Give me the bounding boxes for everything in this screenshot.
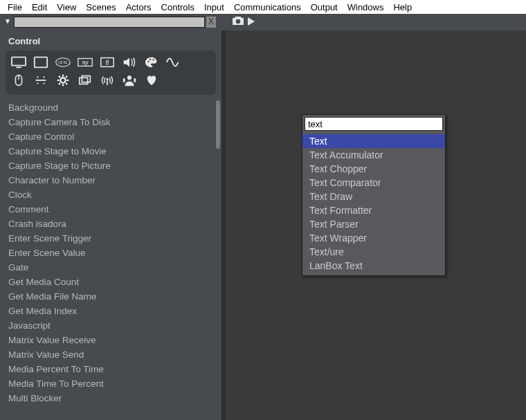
list-item[interactable]: Clock (0, 188, 215, 202)
stack-icon[interactable] (78, 73, 93, 90)
svg-point-16 (37, 76, 38, 77)
menu-communications[interactable]: Communications (229, 2, 306, 12)
svg-line-25 (59, 76, 60, 77)
list-item[interactable]: Capture Camera To Disk (0, 115, 215, 129)
menu-output[interactable]: Output (306, 2, 343, 12)
menu-edit[interactable]: Edit (27, 2, 52, 12)
heart-icon[interactable] (144, 73, 159, 90)
menu-actors[interactable]: Actors (121, 2, 156, 12)
list-item[interactable]: Background (0, 100, 215, 115)
svg-point-18 (37, 82, 38, 84)
menu-input[interactable]: Input (199, 2, 229, 12)
scene-canvas[interactable]: TextText AccumulatorText ChopperText Com… (221, 30, 526, 420)
svg-rect-1 (12, 57, 26, 66)
sound-icon[interactable] (122, 55, 137, 72)
box-icon[interactable] (33, 55, 48, 72)
svg-point-0 (236, 19, 240, 24)
list-item[interactable]: Javascript (0, 318, 215, 333)
play-icon[interactable] (248, 16, 255, 28)
svg-point-19 (43, 82, 44, 84)
list-item[interactable]: Enter Scene Value (0, 246, 215, 260)
svg-point-33 (127, 75, 132, 80)
svg-point-32 (107, 78, 109, 80)
popup-item[interactable]: Text/ure (302, 245, 445, 259)
popup-item[interactable]: LanBox Text (302, 259, 445, 273)
popup-search-input[interactable] (305, 117, 443, 131)
svg-point-12 (153, 59, 154, 60)
user-icon[interactable] (122, 73, 137, 90)
list-item[interactable]: Get Media Count (0, 275, 215, 289)
glsl-icon[interactable]: GLSL (55, 55, 71, 72)
popup-item[interactable]: Text Parser (302, 217, 445, 231)
monitor-icon[interactable] (11, 55, 26, 72)
svg-line-26 (66, 83, 67, 84)
popup-item[interactable]: Text Formatter (302, 203, 445, 217)
popup-result-list: TextText AccumulatorText ChopperText Com… (302, 133, 445, 275)
list-item[interactable]: Crash isadora (0, 217, 215, 231)
wave-icon[interactable] (166, 55, 181, 72)
svg-point-20 (60, 77, 65, 82)
toolbar-strip: ▼ X (0, 14, 526, 30)
list-item[interactable]: Comment (0, 202, 215, 217)
popup-item[interactable]: Text Wrapper (302, 231, 445, 245)
actor-search-input[interactable] (14, 17, 205, 28)
list-item[interactable]: Media Time To Percent (0, 376, 215, 391)
svg-text:GLSL: GLSL (58, 60, 68, 64)
popup-item[interactable]: Text Accumulator (302, 148, 445, 162)
menubar: FileEditViewScenesActorsControlsInputCom… (0, 0, 526, 14)
panel-title: Control (0, 30, 221, 51)
math-icon[interactable] (33, 73, 48, 90)
gear-icon[interactable] (55, 73, 71, 90)
menu-help[interactable]: Help (388, 2, 417, 12)
list-item[interactable]: Gate (0, 260, 215, 275)
list-item[interactable]: Matrix Value Receive (0, 333, 215, 347)
scrollbar-thumb[interactable] (216, 100, 220, 149)
list-item[interactable]: Matrix Value Send (0, 347, 215, 362)
svg-rect-2 (16, 66, 21, 68)
actor-list: BackgroundCapture Camera To DiskCapture … (0, 100, 221, 420)
ffgl-icon[interactable]: ffgl (78, 55, 93, 72)
menu-controls[interactable]: Controls (156, 2, 199, 12)
list-item[interactable]: Multi Blocker (0, 391, 215, 405)
svg-line-28 (59, 83, 60, 84)
broadcast-icon[interactable] (100, 73, 115, 90)
popup-item[interactable]: Text Chopper (302, 162, 445, 176)
svg-rect-34 (123, 78, 125, 82)
svg-line-27 (66, 76, 67, 77)
actor-category-panel: GLSL ffgl ff (6, 51, 216, 95)
mouse-icon[interactable] (11, 73, 26, 90)
list-item[interactable]: Get Media Index (0, 304, 215, 318)
svg-point-17 (43, 76, 44, 77)
menu-file[interactable]: File (3, 2, 27, 12)
list-item[interactable]: Capture Stage to Movie (0, 144, 215, 158)
list-item[interactable]: Media Percent To Time (0, 362, 215, 376)
svg-text:ff: ff (106, 60, 109, 66)
list-item[interactable]: Capture Control (0, 129, 215, 144)
svg-text:ffgl: ffgl (82, 60, 89, 66)
popup-item[interactable]: Text (302, 134, 445, 148)
svg-point-11 (149, 59, 151, 60)
svg-rect-29 (80, 77, 88, 84)
ff-icon[interactable]: ff (100, 55, 115, 72)
menu-scenes[interactable]: Scenes (81, 2, 120, 12)
list-item[interactable]: Capture Stage to Picture (0, 158, 215, 173)
list-item[interactable]: Character to Number (0, 173, 215, 188)
svg-point-10 (147, 61, 149, 62)
popup-item[interactable]: Text Comparator (302, 176, 445, 190)
palette-icon[interactable] (144, 55, 159, 72)
sidebar: Control GLSL ffgl ff (0, 30, 221, 420)
main-area: Control GLSL ffgl ff (0, 30, 526, 420)
list-item[interactable]: Enter Scene Trigger (0, 231, 215, 246)
popup-item[interactable]: Text Draw (302, 190, 445, 203)
actor-search-popup: TextText AccumulatorText ChopperText Com… (302, 114, 446, 276)
camera-icon[interactable] (231, 15, 245, 29)
svg-rect-30 (82, 76, 90, 82)
clear-search-button[interactable]: X (206, 17, 216, 28)
list-item[interactable]: Get Media File Name (0, 289, 215, 304)
disclosure-triangle-icon[interactable]: ▼ (3, 17, 12, 27)
menu-windows[interactable]: Windows (343, 2, 389, 12)
svg-rect-3 (35, 57, 47, 68)
menu-view[interactable]: View (52, 2, 81, 12)
svg-rect-35 (134, 78, 136, 82)
